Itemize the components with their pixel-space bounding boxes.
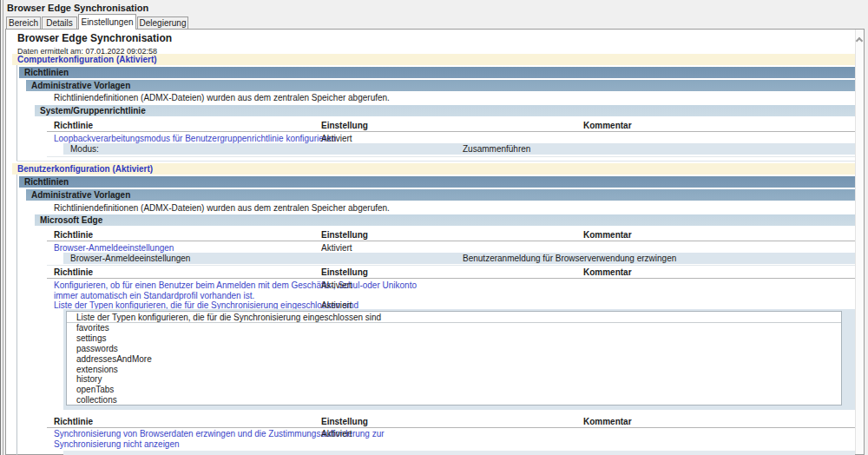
user-category-header[interactable]: Microsoft Edge [35,214,855,226]
subrow-value: Zusammenführen [463,143,530,155]
user-section-border [16,175,17,455]
computer-policies-header-label: Richtlinien [24,67,69,78]
column-header-einstellung: Einstellung [321,417,368,427]
user-table1-bottom-border [47,265,855,266]
user-table3-header: Richtlinie Einstellung Kommentar [47,417,855,428]
column-header-kommentar: Kommentar [583,230,632,241]
cutoff-subrow-strip [63,451,855,455]
policy-row-sync-erzwingen: Synchronisierung von Browserdaten erzwin… [47,429,855,439]
computer-policies-header[interactable]: Richtlinien [19,67,855,78]
sync-types-listbox: Liste der Typen konfigurieren, die für d… [66,311,842,406]
policy-link-standardprofil-line1[interactable]: Konfigurieren, ob für einen Benutzer bei… [54,280,417,291]
sync-type-item: settings [67,333,841,344]
policy-link-sync-erzwingen-line2[interactable]: Synchronisierung nicht anzeigen [54,439,180,450]
computer-table-bottom-border [47,156,855,157]
computer-section-bottom-border [16,161,855,162]
computer-admin-templates-header[interactable]: Administrative Vorlagen [26,80,855,91]
sync-type-item: extensions [67,365,841,375]
sync-type-item: openTabs [67,385,841,395]
column-header-einstellung: Einstellung [321,230,368,241]
policy-subrow-anmeldeeinstellungen: Browser-Anmeldeeinstellungen Benutzeranm… [63,253,855,264]
user-table2-header: Richtlinie Einstellung Kommentar [47,267,855,279]
computer-config-banner-label: Computerkonfiguration (Aktiviert) [17,54,157,65]
subrow-value: Benutzeranmeldung für Browserverwendung … [463,253,676,264]
policy-subrow-modus: Modus: Zusammenführen [63,143,855,155]
report-title: Browser Edge Synchronisation [17,32,172,44]
user-table1-header: Richtlinie Einstellung Kommentar [47,230,855,241]
computer-admx-note: Richtliniendefinitionen (ADMX-Dateien) w… [54,93,390,103]
user-admin-templates-header[interactable]: Administrative Vorlagen [26,189,855,201]
user-policies-header-label: Richtlinien [24,176,69,188]
user-config-banner[interactable]: Benutzerkonfiguration (Aktiviert) [12,163,855,175]
column-header-kommentar: Kommentar [583,267,632,278]
column-header-richtlinie: Richtlinie [54,230,93,241]
sync-types-listbox-header: Liste der Typen konfigurieren, die für d… [67,312,841,323]
computer-admin-templates-label: Administrative Vorlagen [31,80,130,91]
column-header-einstellung: Einstellung [321,121,368,131]
sync-type-item: addressesAndMore [67,354,841,365]
sync-type-item: collections [67,395,841,406]
subrow-label: Browser-Anmeldeeinstellungen [70,253,190,264]
column-header-einstellung: Einstellung [321,267,368,278]
user-admin-templates-label: Administrative Vorlagen [31,189,130,201]
policy-setting-value: Aktiviert [321,429,352,439]
user-category-label: Microsoft Edge [40,214,102,226]
policy-setting-value: Aktiviert [321,280,352,291]
user-config-banner-label: Benutzerkonfiguration (Aktiviert) [17,163,153,175]
user-admx-note: Richtliniendefinitionen (ADMX-Dateien) w… [54,203,390,214]
sync-type-item: passwords [67,344,841,354]
sync-type-item: history [67,374,841,385]
column-header-kommentar: Kommentar [583,121,632,131]
user-policies-header[interactable]: Richtlinien [19,176,855,188]
policy-row-standardprofil: Konfigurieren, ob für einen Benutzer bei… [47,280,855,291]
computer-category-header[interactable]: System/Gruppenrichtlinie [35,105,855,116]
column-header-richtlinie: Richtlinie [54,417,93,427]
sync-type-item: favorites [67,323,841,333]
column-header-kommentar: Kommentar [583,417,632,427]
subrow-label: Modus: [70,143,99,155]
computer-section-border [16,65,17,162]
column-header-richtlinie: Richtlinie [54,267,93,278]
computer-category-label: System/Gruppenrichtlinie [40,105,146,116]
policy-row-sync-erzwingen-line2: Synchronisierung nicht anzeigen [47,439,855,450]
column-header-richtlinie: Richtlinie [54,121,93,131]
computer-table-header: Richtlinie Einstellung Kommentar [47,121,855,132]
computer-config-banner[interactable]: Computerkonfiguration (Aktiviert) [12,54,855,65]
report-scrollbar[interactable] [855,30,864,454]
